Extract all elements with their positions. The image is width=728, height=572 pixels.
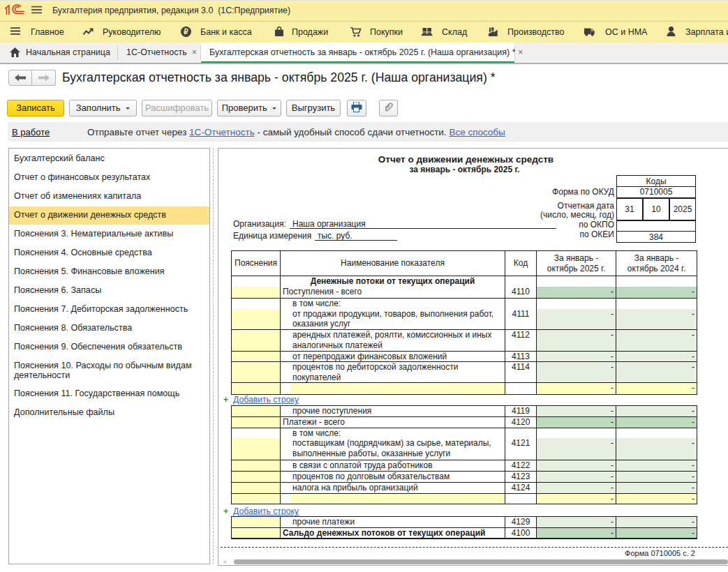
svg-text:₽: ₽ (184, 28, 188, 36)
